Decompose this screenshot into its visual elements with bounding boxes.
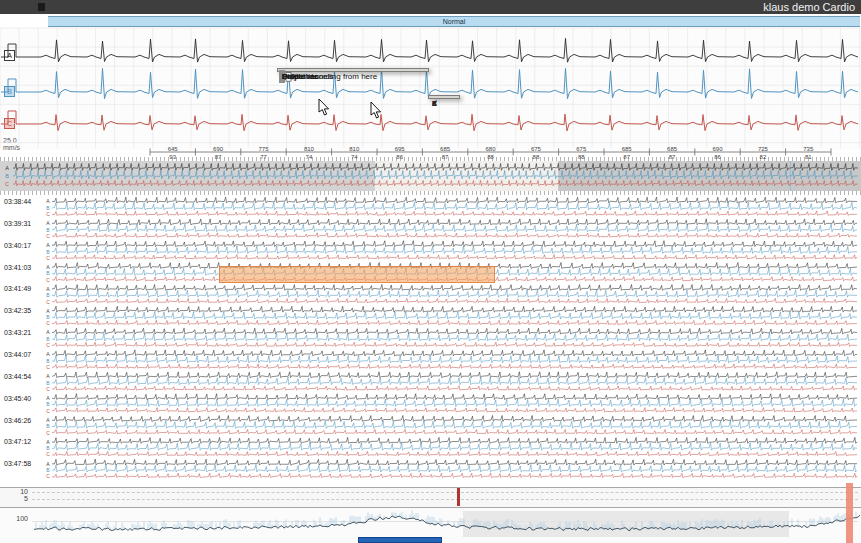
- svg-text:C: C: [46, 233, 50, 239]
- strip-timestamp: 03:41:49: [4, 285, 44, 293]
- svg-text:A: A: [46, 198, 50, 204]
- position-marker-salmon[interactable]: [846, 483, 853, 543]
- ecg-main-panel[interactable]: [0, 28, 861, 150]
- channel-label-b[interactable]: B: [4, 86, 15, 97]
- overview-strip-right[interactable]: [558, 161, 861, 191]
- svg-text:C: C: [46, 342, 50, 348]
- svg-text:A: A: [46, 286, 50, 292]
- svg-text:C: C: [46, 277, 50, 283]
- svg-text:C: C: [46, 299, 50, 305]
- svg-text:A: A: [46, 329, 50, 335]
- svg-text:A: A: [46, 242, 50, 248]
- svg-text:C: C: [46, 451, 50, 457]
- event-marker-red[interactable]: [457, 488, 460, 506]
- svg-text:B: B: [46, 445, 50, 451]
- window-marker-icon: [38, 3, 45, 11]
- context-menu: Amplitude ▶ Speed ▶ ECG channels ▶ ECG E…: [277, 68, 429, 72]
- strip-selection-highlight[interactable]: [219, 266, 495, 283]
- svg-text:B: B: [46, 270, 50, 276]
- svg-text:C: C: [46, 211, 50, 217]
- strip-timestamp: 03:38:44: [4, 198, 44, 206]
- strip-timestamp: 03:47:58: [4, 460, 44, 468]
- svg-text:B: B: [46, 401, 50, 407]
- svg-text:A: A: [46, 264, 50, 270]
- channel-label-a[interactable]: A: [4, 50, 15, 61]
- strip-timestamp: 03:41:03: [4, 264, 44, 272]
- svg-text:A: A: [46, 220, 50, 226]
- strip-timestamp: 03:42:35: [4, 307, 44, 315]
- event-count-panel[interactable]: [0, 487, 861, 508]
- sweep-speed-label: 25.0 mm/s: [3, 137, 20, 151]
- svg-text:C: C: [46, 473, 50, 479]
- svg-text:B: B: [46, 205, 50, 211]
- strip-timestamp: 03:39:31: [4, 220, 44, 228]
- event-axis-label: 10: [6, 488, 28, 495]
- svg-text:B: B: [46, 423, 50, 429]
- normal-event-label: Normal: [443, 18, 466, 25]
- svg-text:B: B: [46, 227, 50, 233]
- svg-text:C: C: [46, 255, 50, 261]
- title-bar: klaus demo Cardio: [0, 0, 861, 14]
- event-axis-label: 5: [6, 495, 28, 502]
- overview-strip[interactable]: [0, 161, 375, 191]
- ecg-channels-submenu: ✓ A 1 ✓ B 2 ✓ C 3: [428, 95, 460, 99]
- svg-text:B: B: [46, 292, 50, 298]
- svg-text:A: A: [46, 395, 50, 401]
- app-window: klaus demo Cardio Normal A B C 25.0 mm/s…: [0, 0, 861, 543]
- gridline: [32, 499, 858, 500]
- strip-timestamp: 03:40:17: [4, 242, 44, 250]
- strip-timestamp: 03:43:21: [4, 329, 44, 337]
- gridline: [32, 492, 858, 493]
- svg-text:B: B: [46, 314, 50, 320]
- minute-ruler-bottom: [0, 191, 861, 195]
- svg-text:C: C: [46, 386, 50, 392]
- overview-view-window[interactable]: [375, 161, 558, 191]
- svg-text:C: C: [46, 320, 50, 326]
- strip-timestamp: 03:47:12: [4, 438, 44, 446]
- svg-text:A: A: [46, 351, 50, 357]
- svg-text:C: C: [46, 364, 50, 370]
- strip-timestamp: 03:44:54: [4, 373, 44, 381]
- svg-text:A: A: [46, 417, 50, 423]
- trend-scroll-thumb[interactable]: [358, 537, 442, 543]
- svg-text:C: C: [46, 430, 50, 436]
- normal-event-bar[interactable]: Normal: [48, 16, 860, 27]
- hr-trend-highlight-region: [463, 511, 789, 537]
- strip-timestamp: 03:46:26: [4, 417, 44, 425]
- svg-text:B: B: [46, 380, 50, 386]
- menu-item-properties[interactable]: Properties F10: [279, 70, 285, 83]
- strip-timestamp: 03:45:40: [4, 395, 44, 403]
- hr-axis-label: 100: [6, 515, 28, 522]
- svg-text:B: B: [46, 467, 50, 473]
- channel-label-c[interactable]: C: [4, 118, 15, 129]
- submenu-item-channel-c[interactable]: ✓ C 3: [430, 97, 434, 109]
- svg-text:A: A: [46, 308, 50, 314]
- svg-text:C: C: [46, 408, 50, 414]
- overview-cursor: [790, 161, 791, 191]
- svg-text:A: A: [46, 439, 50, 445]
- svg-text:B: B: [46, 249, 50, 255]
- window-title: klaus demo Cardio: [763, 1, 855, 13]
- strip-timestamp: 03:44:07: [4, 351, 44, 359]
- svg-text:B: B: [46, 336, 50, 342]
- svg-text:B: B: [46, 358, 50, 364]
- svg-text:A: A: [46, 373, 50, 379]
- svg-text:A: A: [46, 461, 50, 467]
- gridline: [32, 521, 858, 522]
